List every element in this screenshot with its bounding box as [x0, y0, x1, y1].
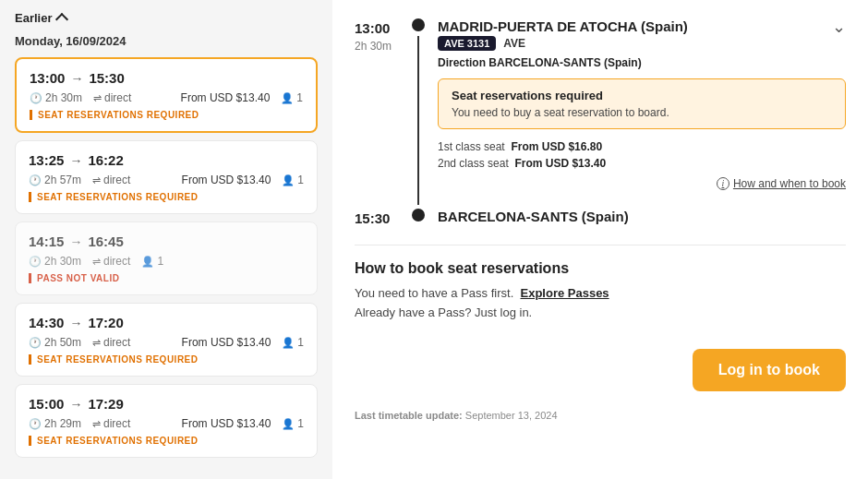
- how-to-book-line1: You need to have a Pass first.: [355, 286, 513, 300]
- train-time-row: 13:25 → 16:22: [29, 152, 304, 168]
- explore-passes-link[interactable]: Explore Passes: [520, 286, 609, 300]
- arrive-time: 15:30: [355, 209, 399, 226]
- left-panel: Earlier Monday, 16/09/2024 13:00 → 15:30…: [0, 0, 332, 479]
- direction-station: BARCELONA-SANTS (Spain): [488, 56, 641, 69]
- price-second-value: From USD $13.40: [514, 157, 606, 170]
- card-passengers-value: 1: [297, 417, 304, 430]
- card-arrive-time: 15:30: [89, 70, 124, 86]
- divider: [355, 245, 846, 245]
- card-passengers-value: 1: [157, 255, 163, 268]
- train-time-row: 13:00 → 15:30: [30, 70, 303, 86]
- train-details-row: 🕐 2h 30m ⇌ direct 👤 1: [29, 255, 304, 268]
- clock-icon: 🕐: [29, 174, 42, 186]
- arrow-right-icon: →: [69, 153, 82, 168]
- train-badge-row: AVE 3131 AVE: [438, 36, 846, 51]
- depart-station: MADRID-PUERTA DE ATOCHA (Spain): [438, 18, 819, 34]
- card-tag: SEAT RESERVATIONS REQUIRED: [29, 354, 304, 365]
- people-icon: 👤: [141, 256, 154, 268]
- train-card[interactable]: 14:15 → 16:45 🕐 2h 30m ⇌ direct 👤 1 PASS…: [15, 222, 318, 295]
- how-when-link[interactable]: i How and when to book: [717, 177, 846, 190]
- card-price: From USD $13.40: [182, 174, 271, 186]
- card-type: ⇌ direct: [92, 336, 130, 349]
- card-duration: 🕐 2h 57m: [29, 174, 81, 186]
- card-depart-time: 13:25: [29, 152, 64, 168]
- train-time-row: 14:15 → 16:45: [29, 234, 304, 249]
- arrive-station: BARCELONA-SANTS (Spain): [438, 209, 846, 224]
- card-price: From USD $13.40: [181, 91, 271, 104]
- card-type: ⇌ direct: [93, 91, 131, 104]
- how-when-link-container: i How and when to book: [438, 177, 846, 190]
- card-type: ⇌ direct: [92, 174, 130, 186]
- card-type-value: direct: [103, 336, 130, 349]
- price-first-class: 1st class seat From USD $16.80: [438, 140, 846, 153]
- card-duration: 🕐 2h 50m: [29, 336, 81, 349]
- card-depart-time: 13:00: [30, 70, 65, 86]
- how-to-book-text: You need to have a Pass first. Explore P…: [355, 284, 846, 323]
- train-details-row: 🕐 2h 29m ⇌ direct From USD $13.40 👤 1: [29, 417, 304, 430]
- login-button[interactable]: Log in to book: [693, 349, 846, 391]
- clock-icon: 🕐: [29, 337, 42, 349]
- card-passengers: 👤 1: [282, 174, 304, 186]
- card-duration: 🕐 2h 29m: [29, 417, 81, 430]
- depart-time: 13:00: [355, 18, 399, 36]
- card-type-value: direct: [103, 255, 130, 268]
- how-to-book-section: How to book seat reservations You need t…: [355, 260, 846, 323]
- card-type-value: direct: [103, 174, 130, 186]
- date-label: Monday, 16/09/2024: [15, 34, 318, 48]
- seat-warning-title: Seat reservations required: [452, 89, 832, 102]
- card-price: From USD $13.40: [182, 417, 271, 430]
- price-second-class: 2nd class seat From USD $13.40: [438, 157, 846, 170]
- clock-icon: 🕐: [29, 256, 42, 268]
- train-details-row: 🕐 2h 30m ⇌ direct From USD $13.40 👤 1: [30, 91, 303, 104]
- card-duration-value: 2h 30m: [44, 255, 81, 268]
- train-card[interactable]: 13:00 → 15:30 🕐 2h 30m ⇌ direct From USD…: [15, 57, 318, 133]
- arrow-right-icon: →: [70, 71, 83, 86]
- card-duration-value: 2h 30m: [45, 91, 82, 104]
- price-second-label: 2nd class seat: [438, 157, 509, 170]
- card-tag: SEAT RESERVATIONS REQUIRED: [30, 110, 303, 120]
- arrow-right-icon: →: [69, 316, 82, 330]
- seat-warning-text: You need to buy a seat reservation to bo…: [452, 106, 832, 119]
- card-tag: PASS NOT VALID: [29, 273, 304, 283]
- timetable-label: Last timetable update:: [355, 410, 463, 421]
- earlier-label: Earlier: [15, 11, 52, 25]
- expand-button[interactable]: ⌄: [832, 18, 846, 35]
- train-card[interactable]: 15:00 → 17:29 🕐 2h 29m ⇌ direct From USD…: [15, 384, 318, 458]
- people-icon: 👤: [282, 174, 295, 186]
- earlier-button[interactable]: Earlier: [15, 11, 66, 25]
- card-type-value: direct: [103, 417, 130, 430]
- card-tag: SEAT RESERVATIONS REQUIRED: [29, 436, 304, 446]
- login-row: Log in to book: [355, 341, 846, 391]
- journey-middle: 2h 30m AVE 3131 AVE Direction BARCELONA-…: [355, 36, 846, 205]
- timetable-date: September 13, 2024: [465, 410, 558, 421]
- info-icon: i: [717, 177, 729, 190]
- arrow-right-icon: →: [69, 234, 82, 249]
- card-type: ⇌ direct: [92, 417, 130, 430]
- card-passengers-value: 1: [297, 174, 304, 186]
- train-time-row: 15:00 → 17:29: [29, 396, 304, 412]
- direct-icon: ⇌: [92, 418, 101, 430]
- depart-dot-col: [412, 18, 425, 31]
- arrive-row: 15:30 BARCELONA-SANTS (Spain): [355, 209, 846, 226]
- duration-label: 2h 30m: [355, 36, 399, 205]
- arrive-dot: [412, 209, 425, 222]
- clock-icon: 🕐: [30, 92, 42, 104]
- how-to-book-title: How to book seat reservations: [355, 260, 846, 277]
- timetable-update: Last timetable update: September 13, 202…: [355, 410, 846, 421]
- people-icon: 👤: [281, 92, 294, 104]
- people-icon: 👤: [282, 418, 295, 430]
- card-arrive-time: 16:45: [88, 234, 123, 249]
- arrow-right-icon: →: [69, 397, 82, 412]
- train-card[interactable]: 14:30 → 17:20 🕐 2h 50m ⇌ direct From USD…: [15, 303, 318, 377]
- card-type-value: direct: [104, 91, 131, 104]
- train-card[interactable]: 13:25 → 16:22 🕐 2h 57m ⇌ direct From USD…: [15, 140, 318, 214]
- train-info-block: AVE 3131 AVE Direction BARCELONA-SANTS (…: [438, 36, 846, 205]
- right-panel: 13:00 MADRID-PUERTA DE ATOCHA (Spain) ⌄ …: [332, 0, 868, 479]
- train-details-row: 🕐 2h 57m ⇌ direct From USD $13.40 👤 1: [29, 174, 304, 186]
- depart-row: 13:00 MADRID-PUERTA DE ATOCHA (Spain) ⌄: [355, 18, 846, 36]
- direct-icon: ⇌: [92, 174, 101, 186]
- depart-dot: [412, 18, 425, 31]
- seat-warning-box: Seat reservations required You need to b…: [438, 78, 846, 129]
- direct-icon: ⇌: [93, 92, 102, 104]
- card-depart-time: 14:15: [29, 234, 64, 249]
